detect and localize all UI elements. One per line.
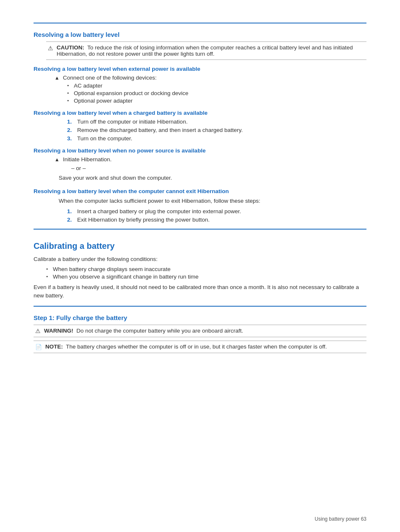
calibrating-intro: Calibrate a battery under the following … <box>34 255 366 263</box>
list-item-expansion: Optional expansion product or docking de… <box>67 90 366 96</box>
arrow-text-1: Connect one of the following devices: <box>63 75 157 81</box>
bullet-list-devices: AC adapter Optional expansion product or… <box>67 83 366 104</box>
section-heading-resolving: Resolving a low battery level <box>34 31 366 38</box>
cannot-exit-intro: When the computer lacks sufficient power… <box>59 197 366 205</box>
arrow-item-hibernate: ▲ Initiate Hibernation. <box>55 156 366 163</box>
step-text-3: Turn on the computer. <box>77 135 132 142</box>
note-body: The battery charges whether the computer… <box>66 343 327 350</box>
sub-section-external-power: Resolving a low battery level when exter… <box>34 66 366 104</box>
caution-text: CAUTION: To reduce the risk of losing in… <box>57 44 365 57</box>
step-text-1: Turn off the computer or initiate Hibern… <box>77 119 187 125</box>
section-divider-1 <box>34 23 366 23</box>
sub-section-cannot-exit: Resolving a low battery level when the c… <box>34 188 366 222</box>
arrow-icon-1: ▲ <box>55 75 60 81</box>
page-footer: Using battery power 63 <box>315 516 366 522</box>
step-3: 3. Turn on the computer. <box>67 135 366 142</box>
list-item-ac: AC adapter <box>67 83 366 89</box>
section-divider-2 <box>34 229 366 230</box>
numbered-list-charged: 1. Turn off the computer or initiate Hib… <box>67 119 366 142</box>
step1-heading: Step 1: Fully charge the battery <box>34 314 366 321</box>
or-line: – or – <box>71 165 366 171</box>
sub-section-charged-battery: Resolving a low battery level when a cha… <box>34 110 366 142</box>
note-label: NOTE: <box>45 343 63 350</box>
section-step1: Step 1: Fully charge the battery ⚠ WARNI… <box>34 306 366 353</box>
step-exit-num-1: 1. <box>67 208 74 214</box>
caution-icon: ⚠ <box>48 45 53 52</box>
arrow-icon-2: ▲ <box>55 157 60 163</box>
calibrating-body: Even if a battery is heavily used, it sh… <box>34 283 366 300</box>
list-item-power-adapter: Optional power adapter <box>67 98 366 104</box>
section-calibrating: Calibrating a battery Calibrate a batter… <box>34 229 366 300</box>
step-2: 2. Remove the discharged battery, and th… <box>67 127 366 133</box>
step-1: 1. Turn off the computer or initiate Hib… <box>67 119 366 125</box>
arrow-item-connect: ▲ Connect one of the following devices: <box>55 75 366 81</box>
step-exit-num-2: 2. <box>67 217 74 223</box>
caution-box: ⚠ CAUTION: To reduce the risk of losing … <box>46 41 366 60</box>
section-resolving: Resolving a low battery level ⚠ CAUTION:… <box>34 23 366 223</box>
note-icon: 📄 <box>35 344 42 350</box>
warning-box: ⚠ WARNING! Do not charge the computer ba… <box>34 325 366 337</box>
sub-heading-external: Resolving a low battery level when exter… <box>34 66 366 72</box>
step-text-2: Remove the discharged battery, and then … <box>77 127 243 133</box>
caution-body: To reduce the risk of losing information… <box>57 44 353 57</box>
arrow-text-2: Initiate Hibernation. <box>63 156 112 163</box>
section-divider-3 <box>34 306 366 307</box>
sub-section-no-power: Resolving a low battery level when no po… <box>34 147 366 182</box>
step-num-1: 1. <box>67 119 74 125</box>
step-exit-1: 1. Insert a charged battery or plug the … <box>67 208 366 214</box>
numbered-list-cannot-exit: 1. Insert a charged battery or plug the … <box>67 208 366 223</box>
sub-heading-no-power: Resolving a low battery level when no po… <box>34 147 366 154</box>
warning-text: WARNING! Do not charge the computer batt… <box>44 328 243 334</box>
warning-body: Do not charge the computer battery while… <box>76 328 243 334</box>
calibrating-bullet-1: When battery charge displays seem inaccu… <box>46 266 366 272</box>
calibrating-bullets: When battery charge displays seem inaccu… <box>46 266 366 280</box>
note-text: NOTE: The battery charges whether the co… <box>45 343 327 350</box>
note-box: 📄 NOTE: The battery charges whether the … <box>34 341 366 353</box>
sub-heading-charged: Resolving a low battery level when a cha… <box>34 110 366 116</box>
warning-label: WARNING! <box>44 328 73 334</box>
step-num-2: 2. <box>67 127 74 133</box>
step-exit-text-2: Exit Hibernation by briefly pressing the… <box>77 217 210 223</box>
caution-label: CAUTION: <box>57 44 84 51</box>
sub-heading-cannot-exit: Resolving a low battery level when the c… <box>34 188 366 194</box>
step-exit-2: 2. Exit Hibernation by briefly pressing … <box>67 217 366 223</box>
step-exit-text-1: Insert a charged battery or plug the com… <box>77 208 241 214</box>
warning-icon: ⚠ <box>35 328 41 334</box>
step-num-3: 3. <box>67 135 74 142</box>
calibrating-bullet-2: When you observe a significant change in… <box>46 274 366 280</box>
main-heading-calibrating: Calibrating a battery <box>34 241 366 251</box>
alt-text: Save your work and shut down the compute… <box>59 174 366 182</box>
